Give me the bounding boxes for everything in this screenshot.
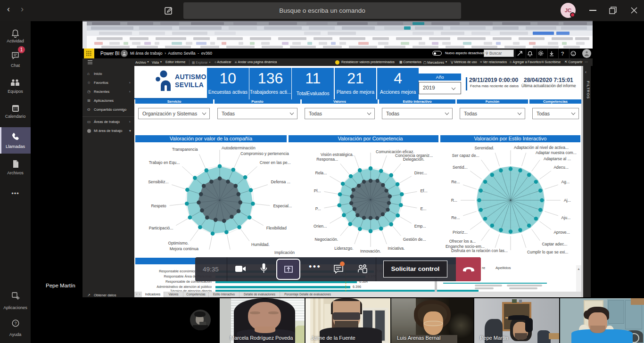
svg-text:Prioriz...: Prioriz...	[453, 230, 468, 235]
svg-text:Aprove...: Aprove...	[553, 230, 570, 235]
svg-text:Liderazgo.: Liderazgo.	[334, 246, 353, 251]
svg-text:R...: R...	[451, 198, 457, 203]
svg-text:Pl...: Pl...	[314, 188, 321, 193]
svg-text:Delegación.: Delegación.	[403, 157, 424, 162]
svg-text:Implicación: Implicación	[274, 250, 295, 255]
svg-text:E...: E...	[420, 206, 426, 211]
svg-text:Innovación.: Innovación.	[360, 249, 381, 253]
svg-text:Visión estratégica.: Visión estratégica.	[321, 152, 354, 157]
svg-text:Flexibilidad: Flexibilidad	[266, 226, 287, 230]
svg-text:Trabajo en Equ...: Trabajo en Equ...	[149, 160, 180, 165]
svg-text:Iniciativa.: Iniciativa.	[388, 246, 405, 251]
svg-text:Autodeterminación: Autodeterminación	[222, 146, 256, 150]
svg-text:Ag...: Ag...	[561, 180, 570, 184]
svg-text:Adecu...: Adecu...	[553, 165, 569, 170]
svg-text:Disfruta en la relación con la: Disfruta en la relación con las...	[451, 248, 508, 253]
svg-text:Negociación.: Negociación.	[315, 237, 339, 242]
svg-text:Gestión de...: Gestión de...	[403, 237, 426, 242]
svg-text:?: ?	[15, 321, 17, 326]
svg-text:?: ?	[561, 51, 564, 57]
svg-text:Orien...: Orien...	[314, 224, 327, 229]
svg-text:Humildad.: Humildad.	[251, 242, 270, 247]
svg-text:Ser capaz de...: Ser capaz de...	[452, 153, 479, 158]
svg-text:Compromiso y pertenencia: Compromiso y pertenencia	[240, 151, 289, 156]
svg-text:Mejora continua: Mejora continua	[170, 246, 198, 251]
svg-text:Captar adec...: Captar adec...	[542, 242, 567, 246]
svg-text:Transparencia: Transparencia	[172, 147, 198, 152]
svg-text:Creer en las pe...: Creer en las pe...	[260, 160, 291, 165]
svg-text:Adaptarse al ...: Adaptarse al ...	[544, 156, 571, 161]
svg-text:Re...: Re...	[451, 215, 460, 220]
svg-text:Sentid...: Sentid...	[453, 165, 468, 170]
svg-text:Emp...: Emp...	[414, 224, 426, 229]
svg-text:Rela...: Rela...	[315, 171, 327, 175]
svg-text:Direc...: Direc...	[414, 171, 427, 175]
svg-text:Re...: Re...	[451, 180, 460, 184]
svg-text:Ef...: Ef...	[420, 188, 427, 193]
svg-text:Optimismo.: Optimismo.	[168, 241, 189, 245]
svg-text:Aj...: Aj...	[564, 198, 571, 203]
svg-text:Respeto: Respeto	[151, 204, 166, 208]
svg-text:Sensibiliz...: Sensibiliz...	[148, 180, 168, 184]
svg-text:Aju...: Aju...	[561, 215, 571, 220]
svg-text:Ofrecer los a...: Ofrecer los a...	[449, 239, 476, 244]
svg-text:Adaptación al nivel de activa.: Adaptación al nivel de activa...	[514, 145, 569, 150]
svg-text:Participació...: Participació...	[149, 226, 173, 230]
svg-text:Defensa ...: Defensa ...	[271, 180, 290, 184]
svg-text:Enganche socio-em...: Enganche socio-em...	[446, 244, 485, 249]
svg-text:Serenidad.: Serenidad.	[475, 146, 495, 150]
svg-text:Especial...: Especial...	[273, 204, 292, 208]
svg-text:P...: P...	[315, 206, 321, 211]
svg-text:Responsa...: Responsa...	[316, 157, 338, 162]
svg-text:Cumplir lo que se exi...: Cumplir lo que se exi...	[527, 250, 568, 254]
svg-text:Adaptar nuestra com...: Adaptar nuestra com...	[536, 150, 577, 155]
